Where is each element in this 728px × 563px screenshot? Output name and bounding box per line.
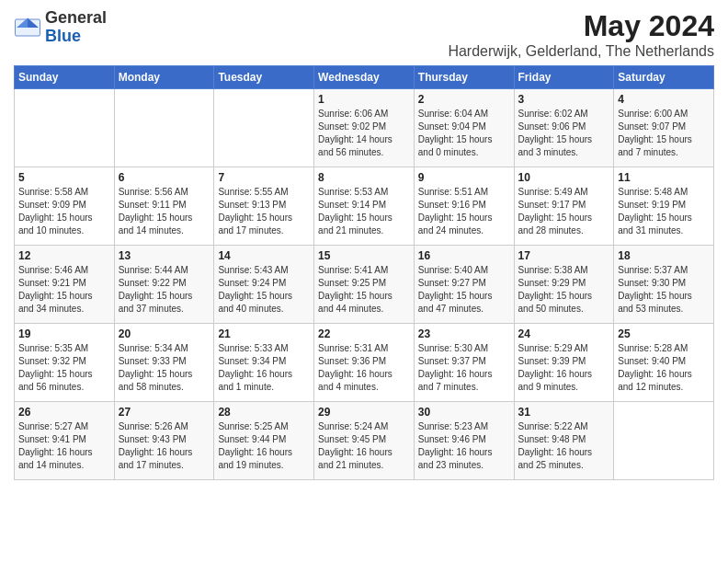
day-info: Sunrise: 5:29 AM Sunset: 9:39 PM Dayligh… — [518, 342, 610, 394]
day-info: Sunrise: 5:44 AM Sunset: 9:22 PM Dayligh… — [119, 264, 210, 316]
day-cell: 8Sunrise: 5:53 AM Sunset: 9:14 PM Daylig… — [314, 167, 415, 246]
day-cell: 23Sunrise: 5:30 AM Sunset: 9:37 PM Dayli… — [414, 324, 514, 402]
day-info: Sunrise: 5:23 AM Sunset: 9:46 PM Dayligh… — [418, 420, 510, 472]
day-info: Sunrise: 5:22 AM Sunset: 9:48 PM Dayligh… — [518, 420, 610, 472]
logo-general: General — [45, 9, 107, 28]
day-number: 1 — [318, 93, 410, 106]
day-info: Sunrise: 5:27 AM Sunset: 9:41 PM Dayligh… — [18, 420, 110, 472]
day-number: 26 — [18, 406, 110, 419]
day-cell: 17Sunrise: 5:38 AM Sunset: 9:29 PM Dayli… — [514, 246, 614, 324]
day-info: Sunrise: 5:51 AM Sunset: 9:16 PM Dayligh… — [418, 186, 510, 237]
day-info: Sunrise: 5:41 AM Sunset: 9:25 PM Dayligh… — [318, 264, 410, 316]
day-cell: 14Sunrise: 5:43 AM Sunset: 9:24 PM Dayli… — [214, 246, 314, 324]
day-number: 2 — [418, 93, 510, 106]
day-info: Sunrise: 5:31 AM Sunset: 9:36 PM Dayligh… — [318, 342, 410, 394]
day-info: Sunrise: 5:49 AM Sunset: 9:17 PM Dayligh… — [518, 186, 610, 237]
day-info: Sunrise: 5:55 AM Sunset: 9:13 PM Dayligh… — [218, 186, 310, 237]
day-info: Sunrise: 5:30 AM Sunset: 9:37 PM Dayligh… — [418, 342, 510, 394]
day-number: 24 — [518, 327, 610, 340]
day-info: Sunrise: 5:38 AM Sunset: 9:29 PM Dayligh… — [518, 264, 610, 316]
day-info: Sunrise: 5:48 AM Sunset: 9:19 PM Dayligh… — [618, 186, 710, 237]
day-info: Sunrise: 6:00 AM Sunset: 9:07 PM Dayligh… — [618, 108, 710, 159]
day-cell: 20Sunrise: 5:34 AM Sunset: 9:33 PM Dayli… — [114, 324, 214, 402]
day-number: 23 — [418, 327, 510, 340]
day-number: 16 — [418, 249, 510, 262]
calendar-body: 1Sunrise: 6:06 AM Sunset: 9:02 PM Daylig… — [15, 89, 714, 480]
day-number: 29 — [318, 406, 410, 419]
day-number: 15 — [318, 249, 410, 262]
day-info: Sunrise: 5:40 AM Sunset: 9:27 PM Dayligh… — [418, 264, 510, 316]
day-number: 18 — [618, 249, 710, 262]
day-cell: 30Sunrise: 5:23 AM Sunset: 9:46 PM Dayli… — [414, 402, 514, 480]
day-info: Sunrise: 5:53 AM Sunset: 9:14 PM Dayligh… — [318, 186, 410, 237]
day-number: 31 — [518, 406, 610, 419]
day-number: 10 — [518, 171, 610, 184]
week-row-1: 1Sunrise: 6:06 AM Sunset: 9:02 PM Daylig… — [15, 89, 714, 167]
day-number: 21 — [218, 327, 310, 340]
day-info: Sunrise: 5:34 AM Sunset: 9:33 PM Dayligh… — [119, 342, 210, 394]
day-info: Sunrise: 6:04 AM Sunset: 9:04 PM Dayligh… — [418, 108, 510, 159]
day-number: 19 — [18, 327, 110, 340]
day-cell — [214, 89, 314, 167]
day-cell: 10Sunrise: 5:49 AM Sunset: 9:17 PM Dayli… — [514, 167, 614, 246]
day-number: 20 — [119, 327, 210, 340]
day-info: Sunrise: 6:02 AM Sunset: 9:06 PM Dayligh… — [518, 108, 610, 159]
week-row-2: 5Sunrise: 5:58 AM Sunset: 9:09 PM Daylig… — [15, 167, 714, 246]
day-number: 27 — [119, 406, 210, 419]
day-cell — [15, 89, 115, 167]
logo: General Blue — [14, 9, 107, 46]
calendar-header: SundayMondayTuesdayWednesdayThursdayFrid… — [15, 66, 714, 89]
logo-blue: Blue — [45, 28, 107, 46]
week-row-4: 19Sunrise: 5:35 AM Sunset: 9:32 PM Dayli… — [15, 324, 714, 402]
day-number: 6 — [119, 171, 210, 184]
day-number: 5 — [18, 171, 110, 184]
header-cell-saturday: Saturday — [614, 66, 714, 89]
day-cell: 31Sunrise: 5:22 AM Sunset: 9:48 PM Dayli… — [514, 402, 614, 480]
day-number: 3 — [518, 93, 610, 106]
day-number: 25 — [618, 327, 710, 340]
day-cell: 16Sunrise: 5:40 AM Sunset: 9:27 PM Dayli… — [414, 246, 514, 324]
day-number: 17 — [518, 249, 610, 262]
day-number: 11 — [618, 171, 710, 184]
day-cell: 5Sunrise: 5:58 AM Sunset: 9:09 PM Daylig… — [15, 167, 115, 246]
day-number: 30 — [418, 406, 510, 419]
day-cell: 18Sunrise: 5:37 AM Sunset: 9:30 PM Dayli… — [614, 246, 714, 324]
logo-text: General Blue — [45, 9, 107, 46]
header-cell-sunday: Sunday — [15, 66, 115, 89]
logo-icon — [14, 14, 41, 41]
day-info: Sunrise: 5:24 AM Sunset: 9:45 PM Dayligh… — [318, 420, 410, 472]
day-number: 12 — [18, 249, 110, 262]
header-row: SundayMondayTuesdayWednesdayThursdayFrid… — [15, 66, 714, 89]
header-cell-wednesday: Wednesday — [314, 66, 415, 89]
header-cell-monday: Monday — [114, 66, 214, 89]
day-cell: 15Sunrise: 5:41 AM Sunset: 9:25 PM Dayli… — [314, 246, 415, 324]
subtitle: Harderwijk, Gelderland, The Netherlands — [448, 43, 714, 60]
header-cell-tuesday: Tuesday — [214, 66, 314, 89]
day-cell: 25Sunrise: 5:28 AM Sunset: 9:40 PM Dayli… — [614, 324, 714, 402]
day-info: Sunrise: 5:26 AM Sunset: 9:43 PM Dayligh… — [119, 420, 210, 472]
day-number: 13 — [119, 249, 210, 262]
day-number: 4 — [618, 93, 710, 106]
day-info: Sunrise: 5:37 AM Sunset: 9:30 PM Dayligh… — [618, 264, 710, 316]
day-number: 9 — [418, 171, 510, 184]
day-cell: 12Sunrise: 5:46 AM Sunset: 9:21 PM Dayli… — [15, 246, 115, 324]
day-cell: 7Sunrise: 5:55 AM Sunset: 9:13 PM Daylig… — [214, 167, 314, 246]
day-info: Sunrise: 5:25 AM Sunset: 9:44 PM Dayligh… — [218, 420, 310, 472]
day-info: Sunrise: 5:35 AM Sunset: 9:32 PM Dayligh… — [18, 342, 110, 394]
day-cell: 21Sunrise: 5:33 AM Sunset: 9:34 PM Dayli… — [214, 324, 314, 402]
day-cell: 11Sunrise: 5:48 AM Sunset: 9:19 PM Dayli… — [614, 167, 714, 246]
day-cell: 26Sunrise: 5:27 AM Sunset: 9:41 PM Dayli… — [15, 402, 115, 480]
day-info: Sunrise: 5:33 AM Sunset: 9:34 PM Dayligh… — [218, 342, 310, 394]
week-row-3: 12Sunrise: 5:46 AM Sunset: 9:21 PM Dayli… — [15, 246, 714, 324]
day-cell: 19Sunrise: 5:35 AM Sunset: 9:32 PM Dayli… — [15, 324, 115, 402]
day-cell: 28Sunrise: 5:25 AM Sunset: 9:44 PM Dayli… — [214, 402, 314, 480]
header-cell-thursday: Thursday — [414, 66, 514, 89]
day-cell: 29Sunrise: 5:24 AM Sunset: 9:45 PM Dayli… — [314, 402, 415, 480]
day-info: Sunrise: 6:06 AM Sunset: 9:02 PM Dayligh… — [318, 108, 410, 159]
page: General Blue May 2024 Harderwijk, Gelder… — [0, 0, 728, 563]
day-cell: 22Sunrise: 5:31 AM Sunset: 9:36 PM Dayli… — [314, 324, 415, 402]
day-info: Sunrise: 5:43 AM Sunset: 9:24 PM Dayligh… — [218, 264, 310, 316]
header-cell-friday: Friday — [514, 66, 614, 89]
day-number: 14 — [218, 249, 310, 262]
day-cell: 4Sunrise: 6:00 AM Sunset: 9:07 PM Daylig… — [614, 89, 714, 167]
